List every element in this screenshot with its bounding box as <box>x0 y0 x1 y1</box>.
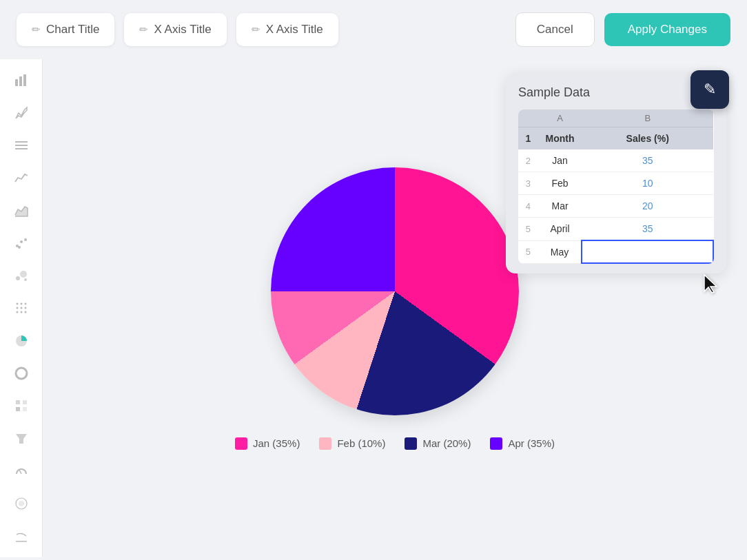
legend-item-mar: Mar (20%) <box>405 437 471 450</box>
column-chart-icon[interactable] <box>10 103 32 123</box>
legend-label-feb: Feb (10%) <box>337 437 385 449</box>
row-month: May <box>538 240 582 263</box>
sidebar <box>0 59 43 557</box>
may-sales-input[interactable] <box>582 242 713 262</box>
legend-color-apr <box>490 437 502 450</box>
donut-icon[interactable] <box>10 363 32 383</box>
svg-point-31 <box>19 501 24 506</box>
waterfall-icon[interactable] <box>10 526 32 546</box>
row-month: April <box>538 218 582 241</box>
table-row: 5 April 35 <box>518 218 713 241</box>
legend-label-mar: Mar (20%) <box>422 437 471 449</box>
panel-title: Sample Data <box>518 85 714 100</box>
legend-color-feb <box>319 437 331 450</box>
col-subheader-num: 1 <box>518 127 538 150</box>
svg-point-13 <box>24 278 27 281</box>
table-row: 4 Mar 20 <box>518 195 713 218</box>
chart-area: Jan (35%) Feb (10%) Mar (20%) Apr (35%) … <box>43 59 747 557</box>
x-axis-title-label-2: X Axis Title <box>266 23 323 37</box>
svg-point-22 <box>24 311 26 313</box>
legend-item-feb: Feb (10%) <box>319 437 385 450</box>
svg-point-11 <box>16 276 20 280</box>
svg-point-18 <box>20 307 22 309</box>
edit-icon: ✎ <box>704 81 716 98</box>
svg-rect-4 <box>15 141 28 143</box>
svg-rect-27 <box>23 407 27 411</box>
line-chart-icon[interactable] <box>10 168 32 188</box>
cursor <box>703 273 719 294</box>
row-sales: 20 <box>582 195 713 218</box>
svg-point-21 <box>20 311 22 313</box>
col-subheader-month: Month <box>538 127 582 150</box>
main-area: Jan (35%) Feb (10%) Mar (20%) Apr (35%) … <box>0 59 747 557</box>
row-sales: 35 <box>582 149 713 172</box>
top-bar: ✏ Chart Title ✏ X Axis Title ✏ X Axis Ti… <box>0 0 747 59</box>
svg-point-19 <box>24 307 26 309</box>
svg-rect-25 <box>23 400 27 404</box>
pencil-icon-2: ✏ <box>139 23 148 36</box>
scatter-icon[interactable] <box>10 233 32 253</box>
radar-icon[interactable] <box>10 493 32 513</box>
row-month: Feb <box>538 172 582 195</box>
row-num: 5 <box>518 218 538 241</box>
svg-point-16 <box>24 303 26 305</box>
svg-point-23 <box>16 368 27 379</box>
bubble-icon[interactable] <box>10 266 32 286</box>
chart-title-button[interactable]: ✏ Chart Title <box>17 13 114 46</box>
edit-fab-button[interactable]: ✎ <box>690 70 729 109</box>
svg-point-17 <box>16 307 18 309</box>
legend-color-jan <box>235 437 247 450</box>
legend-item-apr: Apr (35%) <box>490 437 555 450</box>
pie-chart-sidebar-icon[interactable] <box>10 331 32 351</box>
svg-point-9 <box>24 238 27 241</box>
col-header-a: A <box>538 110 582 127</box>
svg-rect-2 <box>23 74 26 86</box>
svg-rect-5 <box>15 145 28 146</box>
area-chart-icon[interactable] <box>10 200 32 220</box>
cancel-button[interactable]: Cancel <box>515 12 595 47</box>
svg-rect-26 <box>16 407 20 411</box>
table-row: 3 Feb 10 <box>518 172 713 195</box>
grid-chart-icon[interactable] <box>10 396 32 416</box>
x-axis-title-label-1: X Axis Title <box>154 23 211 37</box>
legend-item-jan: Jan (35%) <box>235 437 300 450</box>
x-axis-title-button-1[interactable]: ✏ X Axis Title <box>124 13 226 46</box>
svg-line-29 <box>19 470 21 474</box>
legend-label-jan: Jan (35%) <box>253 437 300 449</box>
apply-changes-button[interactable]: Apply Changes <box>604 13 730 46</box>
row-sales-input-cell[interactable] <box>582 240 713 263</box>
legend-label-apr: Apr (35%) <box>508 437 555 449</box>
svg-marker-3 <box>16 107 27 118</box>
scatter2-icon[interactable] <box>10 298 32 318</box>
svg-point-10 <box>18 246 21 249</box>
table-row: 2 Jan 35 <box>518 149 713 172</box>
row-num: 4 <box>518 195 538 218</box>
row-num: 3 <box>518 172 538 195</box>
svg-rect-24 <box>16 400 20 404</box>
row-num: 5 <box>518 240 538 263</box>
legend-color-mar <box>405 437 417 450</box>
svg-rect-0 <box>15 79 18 86</box>
gauge-icon[interactable] <box>10 461 32 481</box>
svg-rect-1 <box>19 76 22 86</box>
funnel-icon[interactable] <box>10 428 32 448</box>
row-sales: 10 <box>582 172 713 195</box>
data-table: A B 1 Month Sales (%) 2 Jan 35 <box>518 110 714 264</box>
svg-point-12 <box>20 271 27 278</box>
col-subheader-sales: Sales (%) <box>582 127 713 150</box>
svg-marker-28 <box>16 434 27 444</box>
svg-point-14 <box>16 303 18 305</box>
list-icon[interactable] <box>10 136 32 156</box>
svg-rect-6 <box>15 148 28 149</box>
svg-point-15 <box>20 303 22 305</box>
chart-legend: Jan (35%) Feb (10%) Mar (20%) Apr (35%) <box>235 437 555 450</box>
bar-chart-icon[interactable] <box>10 70 32 90</box>
table-row-last: 5 May <box>518 240 713 263</box>
row-month: Mar <box>538 195 582 218</box>
svg-marker-33 <box>704 275 717 293</box>
svg-point-20 <box>16 311 18 313</box>
row-num: 2 <box>518 149 538 172</box>
x-axis-title-button-2[interactable]: ✏ X Axis Title <box>236 13 338 46</box>
pencil-icon-3: ✏ <box>252 23 260 36</box>
row-sales: 35 <box>582 218 713 241</box>
